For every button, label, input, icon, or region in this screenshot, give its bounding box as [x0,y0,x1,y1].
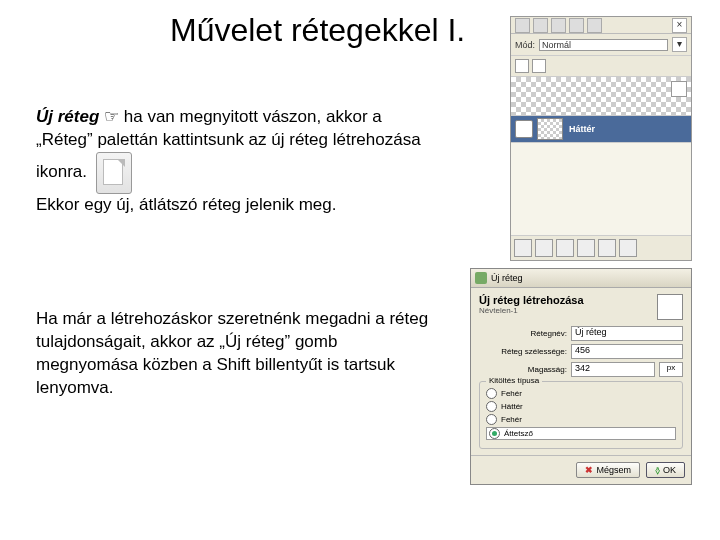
slide-title: Művelet rétegekkel I. [170,12,465,49]
layer-height-label: Magasság: [479,365,567,374]
dialog-header: Új réteg létrehozása Névtelen-1 [479,294,683,320]
lock-pixels-toggle[interactable] [515,59,529,73]
color-swatch[interactable] [657,294,683,320]
new-layer-button[interactable] [514,239,532,257]
para1-line2: Ekkor egy új, átlátszó réteg jelenik meg… [36,195,336,214]
radio-white[interactable]: Fehér [486,414,676,425]
layer-name-input[interactable]: Új réteg [571,326,683,341]
chevron-down-icon[interactable]: ▾ [672,37,687,52]
toolbar-icon[interactable] [533,18,548,33]
toolbar-icon[interactable] [515,18,530,33]
cancel-x-icon: ✖ [585,465,593,475]
blend-mode-row: Mód: Normál ▾ [511,34,691,56]
palette-titlebar: × [511,17,691,34]
new-layer-dialog: Új réteg Új réteg létrehozása Névtelen-1… [470,268,692,485]
pointer-glyph: ☞ [99,107,123,126]
layers-empty-area [511,143,691,236]
layer-row[interactable]: Háttér [511,116,691,143]
layer-name-label: Rétegnév: [479,329,567,338]
layer-height-input[interactable]: 342 [571,362,655,377]
mode-select[interactable]: Normál [539,39,668,51]
group-legend: Kitöltés típusa [486,376,542,385]
lead-term: Új réteg [36,107,99,126]
ok-button[interactable]: ⎀OK [646,462,685,478]
toolbar-icon[interactable] [551,18,566,33]
palette-footer [511,236,691,260]
layer-name: Háttér [569,124,595,134]
lock-alpha-toggle[interactable] [532,59,546,73]
ok-check-icon: ⎀ [655,465,660,475]
preview-chip [671,81,687,97]
close-icon[interactable]: × [672,18,687,33]
radio-background[interactable]: Háttér [486,401,676,412]
dialog-titlebar: Új réteg [471,269,691,288]
fill-type-group: Kitöltés típusa Fehér Háttér Fehér Áttet… [479,381,683,449]
lock-row [511,56,691,77]
radio-transparent[interactable]: Áttetsző [486,427,676,440]
delete-layer-button[interactable] [619,239,637,257]
mode-label: Mód: [515,40,535,50]
canvas-preview [511,77,691,116]
layer-thumbnail [537,118,563,140]
unit-select[interactable]: px [659,362,683,377]
paragraph-2: Ha már a létrehozáskor szeretnénk megadn… [36,308,436,400]
radio-label: Áttetsző [504,429,533,438]
dialog-heading: Új réteg létrehozása [479,294,651,306]
radio-label: Fehér [501,389,522,398]
new-layer-icon [96,152,132,194]
raise-layer-button[interactable] [535,239,553,257]
radio-foreground[interactable]: Fehér [486,388,676,399]
dialog-footer: ✖Mégsem ⎀OK [471,455,691,484]
toolbar-icon[interactable] [569,18,584,33]
dialog-subtitle: Névtelen-1 [479,306,651,315]
duplicate-layer-button[interactable] [577,239,595,257]
ok-label: OK [663,465,676,475]
radio-label: Háttér [501,402,523,411]
layers-palette: × Mód: Normál ▾ Háttér [510,16,692,261]
toolbar-icon[interactable] [587,18,602,33]
dialog-title-text: Új réteg [491,273,523,283]
layer-width-input[interactable]: 456 [571,344,683,359]
anchor-layer-button[interactable] [598,239,616,257]
paragraph-1: Új réteg ☞ ha van megnyitott vászon, akk… [36,106,436,217]
layer-width-label: Réteg szélessége: [479,347,567,356]
cancel-label: Mégsem [596,465,631,475]
radio-label: Fehér [501,415,522,424]
app-icon [475,272,487,284]
visibility-eye-icon[interactable] [515,120,533,138]
lower-layer-button[interactable] [556,239,574,257]
cancel-button[interactable]: ✖Mégsem [576,462,640,478]
